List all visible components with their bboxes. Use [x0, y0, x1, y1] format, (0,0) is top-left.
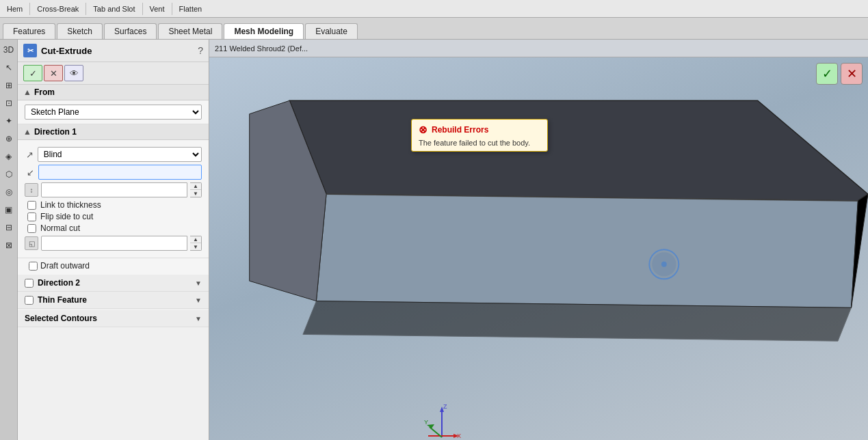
from-chevron-icon: ▲ [23, 87, 31, 97]
direction1-depth-row: ↙ [25, 165, 202, 180]
error-icon: ⊗ [419, 124, 428, 136]
direction1-spinner-row: ↕ 0.10in ▲ ▼ [25, 182, 202, 197]
separator [172, 3, 172, 15]
tool-icon7[interactable]: ◎ [1, 184, 16, 200]
spinner-arrows: ▲ ▼ [190, 182, 202, 197]
tool-icon8[interactable]: ▣ [1, 202, 16, 217]
svg-marker-4 [303, 301, 852, 342]
direction-arrow-icon: ↗ [25, 150, 35, 160]
svg-marker-1 [316, 194, 858, 307]
tab-and-slot-button[interactable]: Tab and Slot [89, 3, 139, 14]
spinner-down-button[interactable]: ▼ [190, 190, 201, 197]
flip-side-checkbox[interactable] [27, 212, 36, 221]
svg-text:Z: Z [443, 403, 447, 410]
preview-button[interactable]: 👁 [64, 65, 83, 81]
viewport-top-right: ✓ ✕ [816, 63, 863, 85]
tab-bar: Features Sketch Surfaces Sheet Metal Mes… [0, 18, 868, 40]
direction2-row[interactable]: Direction 2 ▼ [18, 275, 209, 292]
spinner-up-button[interactable]: ▲ [190, 183, 201, 190]
tool-icon2[interactable]: ⊡ [1, 96, 16, 111]
help-icon[interactable]: ? [198, 45, 203, 56]
thin-feature-checkbox[interactable] [25, 296, 34, 305]
direction1-label: ▲ Direction 1 [23, 127, 77, 137]
draft-angle-icon: ◱ [25, 236, 38, 250]
confirm-button[interactable]: ✓ [23, 65, 42, 81]
separator [142, 3, 143, 15]
tool-icon9[interactable]: ⊟ [1, 220, 16, 235]
panel: ✂ Cut-Extrude ? ✓ ✕ 👁 ▲ From Sketch Plan… [18, 40, 209, 440]
cross-break-button[interactable]: Cross-Break [33, 3, 83, 14]
panel-feature-title: ✂ Cut-Extrude ? [18, 40, 209, 62]
link-thickness-label[interactable]: Link to thickness [40, 200, 101, 210]
tab-surfaces[interactable]: Surfaces [104, 23, 157, 39]
rebuild-error-tooltip: ⊗ Rebuild Errors The feature failed to c… [411, 119, 548, 152]
tab-features[interactable]: Features [3, 23, 55, 39]
left-iconbar: 3D ↖ ⊞ ⊡ ✦ ⊕ ◈ ⬡ ◎ ▣ ⊟ ⊠ [0, 40, 18, 440]
flatten-button[interactable]: Flatten [175, 3, 207, 14]
tab-mesh-modeling[interactable]: Mesh Modeling [224, 23, 304, 39]
flip-side-row: Flip side to cut [25, 212, 202, 221]
direction1-type-row: ↗ Blind Through All Through All - Both U… [25, 147, 202, 162]
tool-icon5[interactable]: ◈ [1, 149, 16, 164]
tool-icon10[interactable]: ⊠ [1, 238, 16, 253]
direction1-depth-text[interactable] [38, 165, 202, 180]
svg-marker-0 [289, 100, 868, 201]
direction1-type-select[interactable]: Blind Through All Through All - Both Up … [38, 147, 202, 162]
hem-button[interactable]: Hem [3, 3, 27, 14]
link-thickness-checkbox[interactable] [27, 201, 36, 210]
selected-contours-chevron-icon: ▼ [195, 315, 202, 322]
draft-outward-label[interactable]: Draft outward [40, 261, 90, 271]
viewport-cancel-button[interactable]: ✕ [841, 63, 863, 85]
thin-feature-chevron-icon: ▼ [195, 297, 202, 304]
document-title: 211 Welded Shroud2 (Def... [215, 44, 308, 53]
cursor-icon[interactable]: ↖ [1, 60, 16, 75]
rebuild-error-title-text: Rebuild Errors [432, 125, 488, 135]
direction2-checkbox[interactable] [25, 279, 34, 288]
tool-icon4[interactable]: ⊕ [1, 131, 16, 146]
vent-button[interactable]: Vent [146, 3, 169, 14]
direction1-section-header[interactable]: ▲ Direction 1 [18, 124, 209, 140]
direction2-chevron-icon: ▼ [195, 279, 202, 287]
depth-arrow-icon: ↙ [25, 167, 36, 178]
draft-spinner-down[interactable]: ▼ [190, 243, 201, 250]
selected-contours-label: Selected Contours [25, 314, 191, 323]
rebuild-error-message: The feature failed to cut the body. [419, 139, 540, 147]
draft-spinner-arrows: ▲ ▼ [190, 236, 202, 251]
from-section-content: Sketch Plane Surface/Face/Plane Vertex O… [18, 100, 209, 124]
tool-icon3[interactable]: ✦ [1, 113, 16, 128]
tool-icon6[interactable]: ⬡ [1, 167, 16, 182]
flip-side-label[interactable]: Flip side to cut [40, 212, 93, 221]
model-svg [209, 57, 868, 440]
svg-text:X: X [457, 432, 461, 439]
thin-feature-label: Thin Feature [38, 295, 191, 305]
svg-text:Y: Y [424, 419, 428, 426]
link-thickness-row: Link to thickness [25, 200, 202, 210]
normal-cut-label[interactable]: Normal cut [40, 223, 80, 233]
direction1-content: ↗ Blind Through All Through All - Both U… [18, 140, 209, 258]
draft-spinner-up[interactable]: ▲ [190, 236, 201, 243]
direction2-label: Direction 2 [38, 278, 191, 288]
view-3d-icon[interactable]: 3D [1, 42, 16, 57]
from-select[interactable]: Sketch Plane Surface/Face/Plane Vertex O… [25, 105, 202, 120]
tab-sheet-metal[interactable]: Sheet Metal [158, 23, 222, 39]
selected-contours-row[interactable]: Selected Contours ▼ [18, 310, 209, 327]
thin-feature-row[interactable]: Thin Feature ▼ [18, 292, 209, 309]
viewport-header: 211 Welded Shroud2 (Def... [209, 40, 868, 57]
tool-icon1[interactable]: ⊞ [1, 78, 16, 93]
tab-sketch[interactable]: Sketch [57, 23, 103, 39]
draft-angle-input[interactable] [41, 236, 187, 251]
direction1-draft-spinner-row: ◱ ▲ ▼ [25, 236, 202, 251]
normal-cut-checkbox[interactable] [27, 224, 36, 233]
direction1-value-input[interactable]: 0.10in [41, 182, 187, 197]
viewport: 211 Welded Shroud2 (Def... [209, 40, 868, 440]
tab-evaluate[interactable]: Evaluate [305, 23, 358, 39]
direction1-chevron-icon: ▲ [23, 127, 31, 137]
draft-outward-checkbox[interactable] [29, 262, 38, 271]
separator [86, 3, 86, 15]
from-section-header[interactable]: ▲ From [18, 85, 209, 100]
cut-extrude-icon: ✂ [23, 44, 37, 57]
feature-title-text: Cut-Extrude [41, 46, 92, 56]
main-area: 3D ↖ ⊞ ⊡ ✦ ⊕ ◈ ⬡ ◎ ▣ ⊟ ⊠ ✂ Cut-Extrude ?… [0, 40, 868, 440]
viewport-confirm-button[interactable]: ✓ [816, 63, 838, 85]
cancel-button[interactable]: ✕ [44, 65, 63, 81]
